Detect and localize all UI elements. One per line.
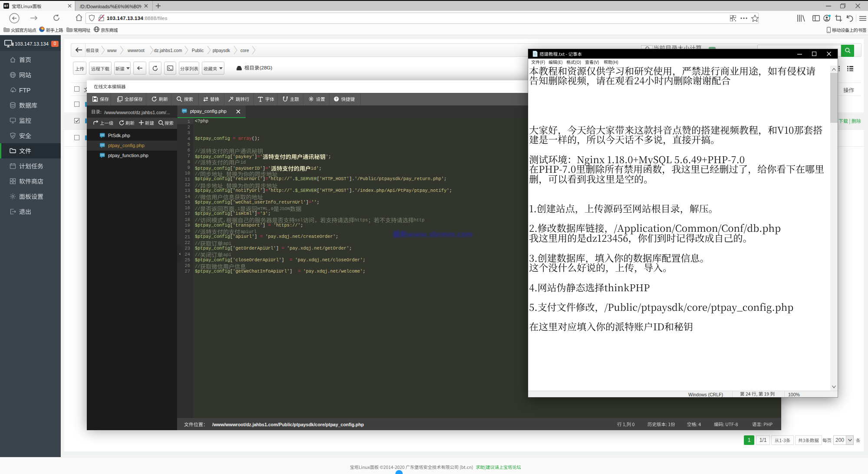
svg-text:?: ? bbox=[335, 97, 337, 101]
